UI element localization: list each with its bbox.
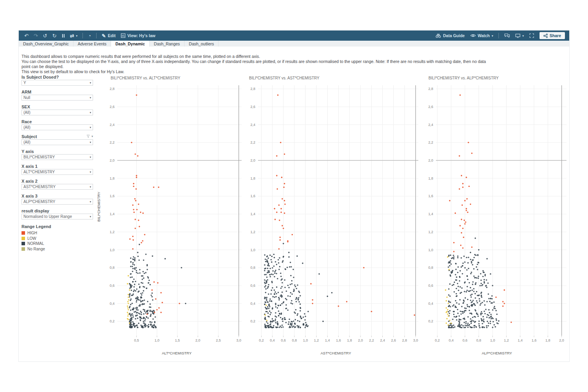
- mark[interactable]: [455, 296, 457, 297]
- mark[interactable]: [181, 267, 182, 269]
- mark[interactable]: [493, 307, 495, 309]
- mark[interactable]: [138, 291, 140, 292]
- mark[interactable]: [286, 291, 287, 292]
- mark[interactable]: [452, 318, 454, 320]
- mark[interactable]: [287, 267, 288, 268]
- mark[interactable]: [132, 309, 134, 311]
- mark[interactable]: [133, 286, 135, 288]
- mark[interactable]: [131, 303, 133, 304]
- mark[interactable]: [466, 269, 468, 271]
- mark[interactable]: [463, 237, 464, 238]
- mark[interactable]: [276, 212, 278, 213]
- mark[interactable]: [137, 273, 139, 274]
- mark[interactable]: [449, 310, 451, 312]
- mark[interactable]: [455, 274, 456, 275]
- mark[interactable]: [449, 200, 451, 201]
- mark[interactable]: [470, 297, 472, 298]
- mark[interactable]: [272, 287, 273, 289]
- mark[interactable]: [139, 316, 141, 318]
- mark[interactable]: [267, 268, 269, 269]
- mark[interactable]: [454, 326, 455, 328]
- mark[interactable]: [463, 263, 464, 264]
- filter-dropdown-x-axis-2[interactable]: AST*CHEMISTRY▾: [22, 184, 93, 190]
- mark[interactable]: [486, 301, 488, 302]
- mark[interactable]: [281, 327, 282, 328]
- mark[interactable]: [131, 295, 133, 296]
- mark[interactable]: [274, 316, 276, 317]
- mark[interactable]: [265, 317, 266, 318]
- mark[interactable]: [486, 327, 488, 329]
- mark[interactable]: [461, 232, 463, 234]
- mark[interactable]: [151, 293, 153, 294]
- mark[interactable]: [141, 294, 143, 296]
- mark[interactable]: [264, 301, 266, 303]
- mark[interactable]: [466, 304, 468, 306]
- mark[interactable]: [147, 317, 149, 319]
- mark[interactable]: [281, 279, 283, 280]
- mark[interactable]: [461, 205, 463, 206]
- mark[interactable]: [460, 311, 461, 312]
- mark[interactable]: [450, 322, 452, 324]
- mark[interactable]: [481, 297, 482, 298]
- mark[interactable]: [305, 322, 307, 324]
- mark[interactable]: [130, 273, 131, 275]
- mark[interactable]: [132, 263, 134, 265]
- mark[interactable]: [490, 314, 492, 315]
- mark[interactable]: [286, 307, 287, 309]
- mark[interactable]: [142, 300, 144, 302]
- mark[interactable]: [464, 281, 466, 283]
- mark[interactable]: [139, 226, 140, 227]
- mark[interactable]: [489, 312, 490, 314]
- mark[interactable]: [491, 302, 493, 304]
- mark[interactable]: [141, 297, 142, 298]
- mark[interactable]: [457, 257, 459, 259]
- mark[interactable]: [462, 228, 464, 229]
- mark[interactable]: [492, 309, 494, 311]
- mark[interactable]: [139, 272, 141, 274]
- mark[interactable]: [476, 313, 478, 315]
- mark[interactable]: [472, 264, 473, 266]
- mark[interactable]: [448, 327, 450, 328]
- mark[interactable]: [129, 238, 131, 240]
- mark[interactable]: [462, 183, 464, 185]
- mark[interactable]: [298, 327, 299, 329]
- mark[interactable]: [281, 198, 283, 200]
- mark[interactable]: [265, 259, 266, 260]
- mark[interactable]: [452, 257, 454, 259]
- mark[interactable]: [491, 298, 493, 300]
- mark[interactable]: [129, 296, 131, 298]
- mark[interactable]: [264, 298, 265, 299]
- mark[interactable]: [148, 324, 149, 325]
- mark[interactable]: [292, 269, 294, 270]
- mark[interactable]: [133, 323, 134, 325]
- mark[interactable]: [185, 303, 186, 304]
- mark[interactable]: [134, 290, 135, 291]
- mark[interactable]: [147, 264, 148, 266]
- mark[interactable]: [131, 142, 133, 144]
- mark[interactable]: [264, 264, 265, 266]
- mark[interactable]: [127, 294, 129, 295]
- mark[interactable]: [143, 286, 144, 288]
- mark[interactable]: [137, 252, 139, 254]
- mark[interactable]: [131, 324, 132, 325]
- mark[interactable]: [277, 94, 279, 96]
- mark[interactable]: [158, 187, 160, 188]
- mark[interactable]: [453, 304, 455, 306]
- mark[interactable]: [153, 187, 154, 188]
- mark[interactable]: [151, 295, 152, 296]
- mark[interactable]: [137, 312, 138, 313]
- mark[interactable]: [277, 307, 278, 309]
- mark[interactable]: [264, 274, 265, 275]
- mark[interactable]: [462, 247, 464, 249]
- mark[interactable]: [490, 318, 492, 320]
- mark[interactable]: [497, 323, 499, 324]
- mark[interactable]: [296, 301, 297, 302]
- mark[interactable]: [287, 285, 289, 286]
- mark[interactable]: [145, 272, 147, 273]
- mark[interactable]: [290, 266, 292, 268]
- mark[interactable]: [274, 272, 276, 274]
- mark[interactable]: [276, 327, 278, 328]
- mark[interactable]: [134, 311, 135, 313]
- mark[interactable]: [149, 284, 151, 286]
- mark[interactable]: [138, 305, 140, 307]
